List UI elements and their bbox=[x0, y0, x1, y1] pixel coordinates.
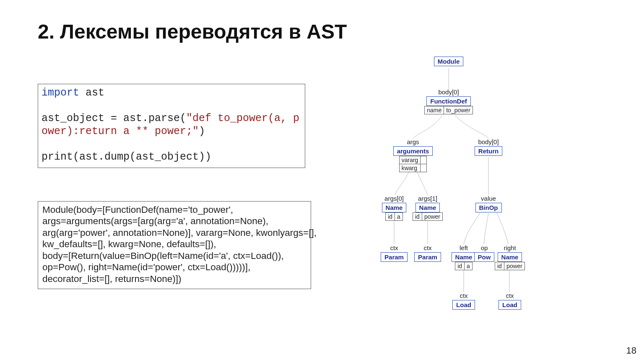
ast-attr-key: id bbox=[413, 212, 422, 220]
ast-attr-val: power bbox=[504, 262, 525, 270]
ast-edge-label: ctx bbox=[377, 244, 411, 251]
ast-node-module: Module bbox=[423, 57, 474, 66]
output-line: op=Pow(), right=Name(id='power', ctx=Loa… bbox=[42, 261, 306, 273]
slide-title: 2. Лексемы переводятся в AST bbox=[38, 20, 347, 43]
ast-attr-key: vararg bbox=[400, 156, 421, 164]
ast-node-label: Name bbox=[498, 252, 522, 262]
output-block: Module(body=[FunctionDef(name='to_power'… bbox=[38, 201, 311, 289]
ast-node-load-1: ctx Load bbox=[447, 292, 480, 310]
code-block: import ast ast_object = ast.parse("def t… bbox=[38, 84, 305, 168]
ast-attr-val bbox=[420, 164, 426, 172]
code-string: ower):return a ** power;" bbox=[42, 125, 199, 137]
ast-attr-key: id bbox=[455, 262, 464, 270]
ast-attr-val: a bbox=[464, 262, 472, 270]
ast-attr-key: id bbox=[386, 212, 395, 220]
ast-node-label: Name bbox=[452, 252, 476, 262]
ast-node-label: Load bbox=[499, 300, 521, 310]
ast-tree-diagram: Module body[0] FunctionDef nameto_power … bbox=[373, 52, 541, 321]
code-text: ) bbox=[199, 125, 205, 137]
ast-node-param-1: ctx Param bbox=[377, 244, 411, 262]
output-line: args=arguments(args=[arg(arg='a', annota… bbox=[42, 215, 306, 227]
ast-node-functiondef: body[0] FunctionDef nameto_power bbox=[423, 88, 474, 114]
code-string: "def to_power(a, p bbox=[186, 112, 299, 124]
ast-edge-label: right bbox=[493, 244, 527, 251]
ast-edge-label: args[1] bbox=[411, 195, 444, 202]
ast-node-pow: op Pow bbox=[474, 244, 495, 262]
ast-node-label: arguments bbox=[393, 146, 433, 156]
ast-edge-label: body[0] bbox=[423, 88, 474, 96]
ast-node-param-2: ctx Param bbox=[411, 244, 444, 262]
ast-edge-label: ctx bbox=[411, 244, 444, 251]
output-line: arg(arg='power', annotation=None)], vara… bbox=[42, 227, 306, 238]
ast-edge-label: value bbox=[472, 195, 505, 202]
ast-edge-label: args[0] bbox=[377, 195, 411, 202]
ast-attr-key: id bbox=[495, 262, 504, 270]
ast-attr-val: to_power bbox=[444, 106, 473, 114]
code-keyword: import bbox=[42, 87, 79, 99]
output-line: kw_defaults=[], kwarg=None, defaults=[])… bbox=[42, 238, 306, 250]
ast-edge-label: ctx bbox=[447, 292, 480, 299]
ast-node-name-power: args[1] Name idpower bbox=[411, 195, 444, 221]
code-text: ast_object = ast.parse( bbox=[42, 112, 186, 124]
ast-node-label: Name bbox=[382, 203, 407, 212]
code-text: ast bbox=[79, 87, 104, 99]
ast-node-label: Return bbox=[475, 146, 502, 156]
ast-node-label: BinOp bbox=[475, 203, 502, 212]
ast-node-label: Param bbox=[381, 252, 408, 262]
ast-node-name-a: args[0] Name ida bbox=[377, 195, 411, 221]
ast-node-label: Pow bbox=[474, 252, 495, 262]
code-text: print(ast.dump(ast_object)) bbox=[42, 151, 301, 164]
output-line: body=[Return(value=BinOp(left=Name(id='a… bbox=[42, 250, 306, 261]
output-line: decorator_list=[], returns=None)]) bbox=[42, 273, 306, 284]
ast-node-return: body[0] Return bbox=[467, 138, 509, 156]
ast-node-label: Load bbox=[452, 300, 475, 310]
ast-attr-val: a bbox=[395, 212, 402, 220]
ast-node-load-2: ctx Load bbox=[493, 292, 527, 310]
ast-node-binop: value BinOp bbox=[472, 195, 505, 212]
ast-attr-val: power bbox=[422, 212, 442, 220]
ast-attr-val bbox=[420, 156, 426, 164]
ast-node-label: FunctionDef bbox=[426, 96, 471, 106]
ast-edge-label: ctx bbox=[493, 292, 527, 299]
ast-edge-label: body[0] bbox=[467, 138, 509, 145]
output-line: Module(body=[FunctionDef(name='to_power'… bbox=[42, 204, 306, 215]
ast-node-label: Param bbox=[414, 252, 441, 262]
ast-node-arguments: args arguments vararg kwarg bbox=[392, 138, 434, 172]
ast-edge-label: op bbox=[474, 244, 495, 251]
ast-node-label: Name bbox=[415, 203, 440, 212]
ast-attr-key: name bbox=[425, 106, 444, 114]
ast-attr-key: kwarg bbox=[400, 164, 421, 172]
ast-edge-label: args bbox=[392, 138, 434, 145]
page-number: 18 bbox=[626, 345, 636, 356]
ast-node-label: Module bbox=[434, 57, 464, 66]
ast-node-right-name: right Name idpower bbox=[493, 244, 527, 270]
